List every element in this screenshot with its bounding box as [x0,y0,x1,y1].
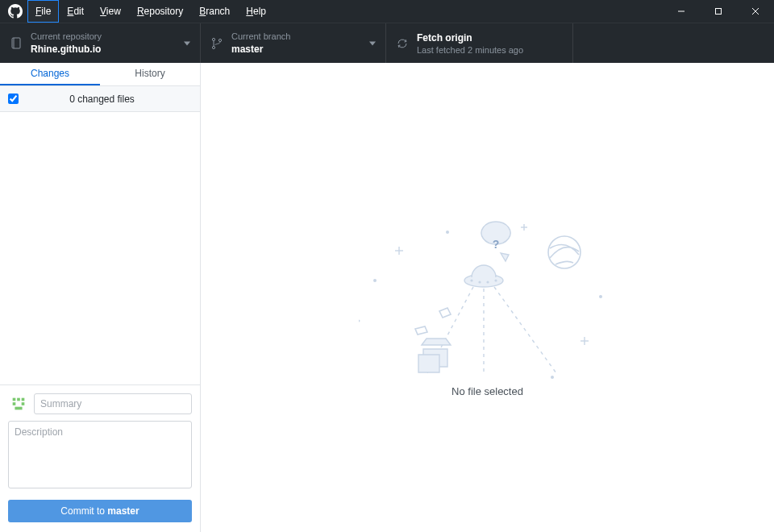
github-logo-icon [8,4,23,19]
window-controls [663,0,774,23]
svg-point-25 [359,320,360,322]
svg-rect-1 [716,9,722,15]
commit-area: Commit to master [0,384,200,532]
close-button[interactable] [737,0,774,23]
svg-point-4 [212,38,214,40]
branch-icon [210,37,223,50]
description-input[interactable] [8,421,192,488]
svg-point-18 [478,281,481,283]
svg-rect-9 [22,398,25,401]
svg-point-17 [470,279,472,281]
svg-point-27 [599,295,602,298]
svg-text:?: ? [492,238,499,251]
fetch-origin-button[interactable]: Fetch origin Last fetched 2 minutes ago [386,23,573,63]
menu-edit[interactable]: Edit [59,0,92,23]
repo-value: Rhine.github.io [31,43,102,56]
menu-branch[interactable]: Branch [191,0,238,23]
chevron-down-icon [369,41,376,45]
repo-label: Current repository [31,31,102,43]
summary-input[interactable] [34,393,192,414]
svg-point-24 [373,279,377,282]
branch-value: master [231,43,290,56]
svg-rect-8 [13,398,16,401]
main-panel: ? No file selected [201,63,774,532]
svg-point-5 [212,46,214,48]
svg-rect-13 [15,407,22,410]
menu-items: File Edit View Repository Branch Help [27,0,274,23]
changes-header: 0 changed files [0,86,200,112]
svg-rect-12 [22,402,25,405]
maximize-button[interactable] [700,0,737,23]
commit-button-branch: master [107,505,139,517]
changes-list [0,112,200,384]
commit-button[interactable]: Commit to master [8,500,192,522]
svg-point-6 [218,39,221,41]
sync-icon [396,37,409,50]
current-repository-selector[interactable]: Current repository Rhine.github.io [0,23,201,63]
menu-view[interactable]: View [92,0,129,23]
svg-point-26 [446,231,449,234]
changed-files-count: 0 changed files [27,94,177,105]
fetch-sub: Last fetched 2 minutes ago [417,44,523,56]
sidebar: Changes History 0 changed files Commit t… [0,63,201,532]
sidebar-tabs: Changes History [0,63,200,86]
avatar-icon [8,393,29,414]
svg-point-28 [551,376,554,379]
svg-rect-10 [17,398,20,401]
branch-label: Current branch [231,31,290,43]
menu-help[interactable]: Help [238,0,274,23]
menu-file[interactable]: File [27,0,59,23]
minimize-button[interactable] [663,0,700,23]
svg-point-14 [548,236,580,268]
tab-history[interactable]: History [100,63,200,85]
toolbar: Current repository Rhine.github.io Curre… [0,23,774,63]
chevron-down-icon [184,41,190,45]
svg-point-19 [486,281,489,283]
svg-line-23 [494,287,556,373]
fetch-label: Fetch origin [417,31,523,44]
empty-state-text: No file selected [452,385,523,397]
select-all-checkbox[interactable] [8,94,19,104]
titlebar: File Edit View Repository Branch Help [0,0,774,23]
repo-icon [10,37,23,50]
current-branch-selector[interactable]: Current branch master [201,23,386,63]
svg-rect-11 [13,402,16,405]
menu-repository[interactable]: Repository [129,0,191,23]
svg-point-20 [494,279,497,281]
commit-button-prefix: Commit to [60,505,107,517]
empty-state-illustration: ? [359,216,617,393]
tab-changes[interactable]: Changes [0,63,100,85]
